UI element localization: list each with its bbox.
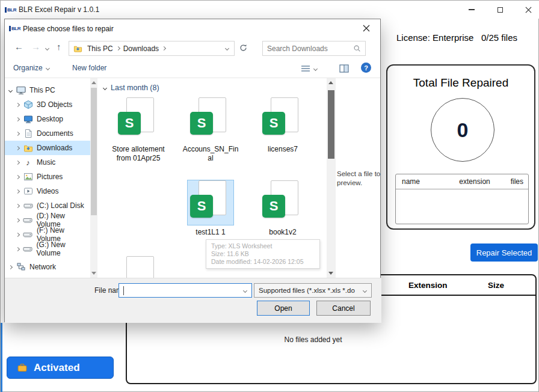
chevron-down-icon <box>363 288 367 292</box>
pictures-icon <box>23 172 33 182</box>
sidebar-item-network[interactable]: Network <box>5 260 90 274</box>
sidebar-item-3d-objects[interactable]: 3D Objects <box>5 97 90 112</box>
dialog-close-button[interactable] <box>354 20 378 36</box>
sidebar-item-label: Network <box>29 263 56 271</box>
excel-letter: S <box>197 115 206 131</box>
breadcrumb[interactable]: This PC Downloads <box>69 41 235 56</box>
repaired-count: 0 <box>457 118 469 142</box>
sidebar-item-documents[interactable]: Documents <box>5 126 90 141</box>
file-tile-partial[interactable] <box>105 256 172 278</box>
file-name-combobox <box>119 283 252 298</box>
sidebar-item-drive-d[interactable]: (D:) New Volume <box>5 213 90 227</box>
excel-badge: S <box>262 195 285 218</box>
cancel-button[interactable]: Cancel <box>316 301 371 316</box>
help-button[interactable]: ? <box>361 63 371 73</box>
breadcrumb-downloads[interactable]: Downloads <box>122 44 161 53</box>
breadcrumb-separator-icon <box>116 46 120 51</box>
tooltip-type: Type: XLS Worksheet <box>211 242 315 250</box>
file-type-filter-dropdown[interactable]: Supported files (*.xlsx *.xls *.do <box>254 283 372 298</box>
sidebar-item-videos[interactable]: Videos <box>5 184 90 198</box>
sidebar-item-label: (C:) Local Disk <box>37 201 84 210</box>
scrollbar-thumb[interactable] <box>328 90 334 159</box>
file-tile[interactable]: S licenses7 <box>249 97 316 154</box>
view-list-icon <box>301 64 310 73</box>
sidebar-item-music[interactable]: ♪ Music <box>5 155 90 170</box>
scrollbar-thumb[interactable] <box>91 88 97 215</box>
chevron-down-icon <box>103 85 107 90</box>
file-tile[interactable]: S Store allotement from 01Apr25 <box>105 97 172 162</box>
chevron-right-icon[interactable] <box>16 160 20 164</box>
address-dropdown-icon[interactable] <box>225 46 229 51</box>
chevron-down-icon[interactable] <box>243 288 247 292</box>
open-button[interactable]: Open <box>257 301 310 316</box>
chevron-right-icon[interactable] <box>16 203 20 207</box>
sidebar-item-label: Videos <box>37 187 58 195</box>
up-button[interactable]: ↑ <box>57 41 61 52</box>
file-list-scrollbar[interactable] <box>327 78 336 278</box>
sidebar-item-desktop[interactable]: Desktop <box>5 112 90 126</box>
chevron-right-icon[interactable] <box>16 145 20 150</box>
dialog-logo-icon: BLR <box>10 23 20 33</box>
search-input[interactable] <box>267 44 353 53</box>
close-window-button[interactable] <box>515 1 539 19</box>
breadcrumb-separator-icon <box>162 46 166 51</box>
file-tile[interactable]: S book1v2 <box>249 180 316 237</box>
organize-menu-button[interactable]: Organize <box>13 64 49 72</box>
file-tile-selected[interactable]: S test1L1 1 <box>177 180 244 237</box>
sidebar-item-this-pc[interactable]: This PC <box>5 83 90 97</box>
scroll-up-icon[interactable] <box>328 81 333 84</box>
excel-file-icon: S <box>260 180 306 225</box>
view-options-button[interactable] <box>301 64 317 73</box>
chevron-right-icon[interactable] <box>8 265 13 269</box>
chevron-right-icon[interactable] <box>16 117 20 121</box>
chevron-down-icon <box>46 66 50 70</box>
sidebar-item-pictures[interactable]: Pictures <box>5 170 90 184</box>
minimize-button[interactable] <box>458 1 485 19</box>
repaired-table-header: name extension files <box>396 174 528 189</box>
forward-button[interactable]: → <box>31 41 40 52</box>
app-logo-icon: BLR <box>5 5 16 14</box>
back-button[interactable]: ← <box>14 41 23 52</box>
file-dialog: BLR Please choose files to repair ← → ↑ … <box>4 19 381 322</box>
scroll-up-icon[interactable] <box>91 81 96 84</box>
scroll-down-icon[interactable] <box>328 272 333 275</box>
chevron-right-icon[interactable] <box>16 102 20 106</box>
chevron-down-icon[interactable] <box>8 88 13 92</box>
refresh-button[interactable] <box>239 44 247 52</box>
dialog-footer: File name: Supported files (*.xlsx *.xls… <box>5 278 381 323</box>
activated-button[interactable]: Activated <box>7 357 114 379</box>
file-tile[interactable]: S Accouns_SN_Final <box>177 97 244 162</box>
close-icon <box>363 25 370 32</box>
chevron-right-icon[interactable] <box>16 247 20 251</box>
chevron-right-icon[interactable] <box>16 218 20 222</box>
navigation-pane: This PC 3D Objects Desktop Documents Dow <box>5 78 90 278</box>
sidebar-item-drive-f[interactable]: (F:) New Volume <box>5 227 90 242</box>
sidebar-item-drive-c[interactable]: (C:) Local Disk <box>5 198 90 213</box>
file-name: test1L1 1 <box>182 228 239 237</box>
dialog-logo-text: BLR <box>9 26 20 31</box>
new-folder-button[interactable]: New folder <box>72 64 106 72</box>
group-header-label: Last month (8) <box>111 84 159 92</box>
chevron-right-icon[interactable] <box>16 189 20 193</box>
minimize-icon <box>469 9 475 10</box>
maximize-button[interactable] <box>487 1 513 19</box>
chevron-right-icon[interactable] <box>16 232 20 236</box>
sidebar-item-drive-g[interactable]: (G:) New Volume <box>5 242 90 256</box>
sidebar-item-downloads[interactable]: Downloads <box>5 141 90 155</box>
chevron-right-icon[interactable] <box>16 174 20 179</box>
chevron-right-icon[interactable] <box>16 131 20 135</box>
excel-letter: S <box>270 115 279 131</box>
scroll-down-icon[interactable] <box>91 272 96 275</box>
repaired-files-table: name extension files <box>395 174 529 224</box>
file-name: Accouns_SN_Final <box>182 145 239 162</box>
repair-selected-button[interactable]: Repair Selected <box>470 243 538 262</box>
preview-pane-button[interactable] <box>339 64 349 73</box>
group-header[interactable]: Last month (8) <box>103 84 159 92</box>
downloads-icon <box>23 143 33 153</box>
column-size: Size <box>488 281 504 290</box>
breadcrumb-this-pc[interactable]: This PC <box>85 44 115 53</box>
history-chevron-icon[interactable] <box>45 46 49 51</box>
file-name-input[interactable] <box>119 284 244 297</box>
drive-icon <box>23 230 33 239</box>
sidebar-scrollbar[interactable] <box>90 78 97 278</box>
